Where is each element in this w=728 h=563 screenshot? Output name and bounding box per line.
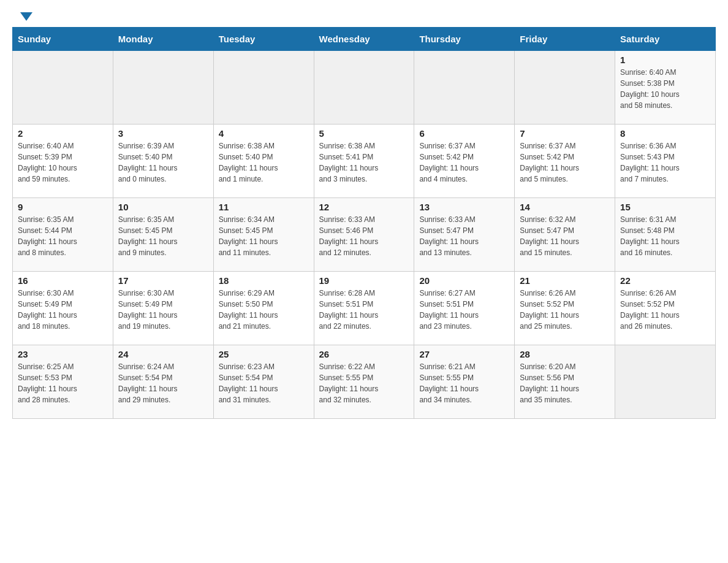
day-info: Sunrise: 6:35 AM Sunset: 5:44 PM Dayligh… <box>18 214 108 258</box>
day-number: 4 <box>219 128 309 139</box>
col-thursday: Thursday <box>414 28 515 51</box>
calendar-week-row: 23Sunrise: 6:25 AM Sunset: 5:53 PM Dayli… <box>13 345 716 419</box>
day-number: 20 <box>419 275 509 286</box>
calendar-cell: 1Sunrise: 6:40 AM Sunset: 5:38 PM Daylig… <box>615 51 716 124</box>
day-info: Sunrise: 6:31 AM Sunset: 5:48 PM Dayligh… <box>620 214 710 258</box>
day-number: 27 <box>419 349 509 359</box>
day-number: 9 <box>18 202 108 212</box>
calendar-cell <box>113 51 213 124</box>
calendar-cell <box>314 51 414 124</box>
day-number: 11 <box>219 202 309 212</box>
day-number: 26 <box>319 349 409 359</box>
day-info: Sunrise: 6:32 AM Sunset: 5:47 PM Dayligh… <box>520 214 610 258</box>
calendar-cell <box>213 51 314 124</box>
day-number: 8 <box>620 128 710 139</box>
day-info: Sunrise: 6:28 AM Sunset: 5:51 PM Dayligh… <box>319 288 409 332</box>
day-info: Sunrise: 6:30 AM Sunset: 5:49 PM Dayligh… <box>118 288 208 332</box>
day-number: 7 <box>520 128 610 139</box>
calendar-week-row: 1Sunrise: 6:40 AM Sunset: 5:38 PM Daylig… <box>13 51 716 124</box>
calendar-cell: 13Sunrise: 6:33 AM Sunset: 5:47 PM Dayli… <box>414 198 515 272</box>
col-saturday: Saturday <box>615 28 716 51</box>
calendar-week-row: 16Sunrise: 6:30 AM Sunset: 5:49 PM Dayli… <box>13 272 716 345</box>
calendar-cell: 6Sunrise: 6:37 AM Sunset: 5:42 PM Daylig… <box>414 124 515 198</box>
day-number: 13 <box>419 202 509 212</box>
col-wednesday: Wednesday <box>314 28 414 51</box>
calendar-cell: 25Sunrise: 6:23 AM Sunset: 5:54 PM Dayli… <box>213 345 314 419</box>
calendar-cell <box>615 345 716 419</box>
day-number: 3 <box>118 128 208 139</box>
day-info: Sunrise: 6:35 AM Sunset: 5:45 PM Dayligh… <box>118 214 208 258</box>
day-number: 28 <box>520 349 610 359</box>
day-number: 16 <box>18 275 108 286</box>
day-number: 15 <box>620 202 710 212</box>
calendar-body: 1Sunrise: 6:40 AM Sunset: 5:38 PM Daylig… <box>13 51 716 419</box>
calendar-cell: 7Sunrise: 6:37 AM Sunset: 5:42 PM Daylig… <box>515 124 615 198</box>
day-number: 18 <box>219 275 309 286</box>
col-monday: Monday <box>113 28 213 51</box>
day-info: Sunrise: 6:40 AM Sunset: 5:38 PM Dayligh… <box>620 67 710 111</box>
day-number: 19 <box>319 275 409 286</box>
calendar-cell: 23Sunrise: 6:25 AM Sunset: 5:53 PM Dayli… <box>13 345 113 419</box>
col-friday: Friday <box>515 28 615 51</box>
day-info: Sunrise: 6:38 AM Sunset: 5:40 PM Dayligh… <box>219 140 309 185</box>
calendar-cell: 10Sunrise: 6:35 AM Sunset: 5:45 PM Dayli… <box>113 198 213 272</box>
calendar-cell: 26Sunrise: 6:22 AM Sunset: 5:55 PM Dayli… <box>314 345 414 419</box>
calendar-cell: 24Sunrise: 6:24 AM Sunset: 5:54 PM Dayli… <box>113 345 213 419</box>
calendar-cell: 4Sunrise: 6:38 AM Sunset: 5:40 PM Daylig… <box>213 124 314 198</box>
day-info: Sunrise: 6:23 AM Sunset: 5:54 PM Dayligh… <box>219 361 309 405</box>
day-number: 17 <box>118 275 208 286</box>
day-info: Sunrise: 6:22 AM Sunset: 5:55 PM Dayligh… <box>319 361 409 405</box>
day-number: 10 <box>118 202 208 212</box>
calendar-cell <box>13 51 113 124</box>
calendar-cell: 8Sunrise: 6:36 AM Sunset: 5:43 PM Daylig… <box>615 124 716 198</box>
day-number: 2 <box>18 128 108 139</box>
day-info: Sunrise: 6:37 AM Sunset: 5:42 PM Dayligh… <box>520 140 610 185</box>
day-number: 25 <box>219 349 309 359</box>
day-info: Sunrise: 6:26 AM Sunset: 5:52 PM Dayligh… <box>620 288 710 332</box>
day-number: 5 <box>319 128 409 139</box>
day-number: 12 <box>319 202 409 212</box>
day-number: 23 <box>18 349 108 359</box>
calendar-header: Sunday Monday Tuesday Wednesday Thursday… <box>13 28 716 51</box>
calendar-week-row: 9Sunrise: 6:35 AM Sunset: 5:44 PM Daylig… <box>13 198 716 272</box>
calendar-cell: 16Sunrise: 6:30 AM Sunset: 5:49 PM Dayli… <box>13 272 113 345</box>
calendar-cell <box>515 51 615 124</box>
calendar-table: Sunday Monday Tuesday Wednesday Thursday… <box>12 27 716 419</box>
calendar-cell: 15Sunrise: 6:31 AM Sunset: 5:48 PM Dayli… <box>615 198 716 272</box>
calendar-cell <box>414 51 515 124</box>
calendar-cell: 11Sunrise: 6:34 AM Sunset: 5:45 PM Dayli… <box>213 198 314 272</box>
day-info: Sunrise: 6:38 AM Sunset: 5:41 PM Dayligh… <box>319 140 409 185</box>
calendar-cell: 17Sunrise: 6:30 AM Sunset: 5:49 PM Dayli… <box>113 272 213 345</box>
calendar-cell: 14Sunrise: 6:32 AM Sunset: 5:47 PM Dayli… <box>515 198 615 272</box>
day-info: Sunrise: 6:37 AM Sunset: 5:42 PM Dayligh… <box>419 140 509 185</box>
day-info: Sunrise: 6:36 AM Sunset: 5:43 PM Dayligh… <box>620 140 710 185</box>
weekday-header-row: Sunday Monday Tuesday Wednesday Thursday… <box>13 28 716 51</box>
calendar-cell: 21Sunrise: 6:26 AM Sunset: 5:52 PM Dayli… <box>515 272 615 345</box>
page-header <box>0 0 728 27</box>
day-number: 1 <box>620 55 710 65</box>
day-number: 6 <box>419 128 509 139</box>
day-info: Sunrise: 6:34 AM Sunset: 5:45 PM Dayligh… <box>219 214 309 258</box>
day-info: Sunrise: 6:24 AM Sunset: 5:54 PM Dayligh… <box>118 361 208 405</box>
day-info: Sunrise: 6:33 AM Sunset: 5:47 PM Dayligh… <box>419 214 509 258</box>
calendar-week-row: 2Sunrise: 6:40 AM Sunset: 5:39 PM Daylig… <box>13 124 716 198</box>
calendar-cell: 5Sunrise: 6:38 AM Sunset: 5:41 PM Daylig… <box>314 124 414 198</box>
day-info: Sunrise: 6:26 AM Sunset: 5:52 PM Dayligh… <box>520 288 610 332</box>
day-number: 22 <box>620 275 710 286</box>
logo-general-text <box>18 12 32 21</box>
calendar-cell: 22Sunrise: 6:26 AM Sunset: 5:52 PM Dayli… <box>615 272 716 345</box>
logo <box>18 12 32 21</box>
day-info: Sunrise: 6:25 AM Sunset: 5:53 PM Dayligh… <box>18 361 108 405</box>
day-info: Sunrise: 6:29 AM Sunset: 5:50 PM Dayligh… <box>219 288 309 332</box>
calendar-cell: 28Sunrise: 6:20 AM Sunset: 5:56 PM Dayli… <box>515 345 615 419</box>
day-number: 24 <box>118 349 208 359</box>
calendar-cell: 18Sunrise: 6:29 AM Sunset: 5:50 PM Dayli… <box>213 272 314 345</box>
day-info: Sunrise: 6:30 AM Sunset: 5:49 PM Dayligh… <box>18 288 108 332</box>
calendar-cell: 19Sunrise: 6:28 AM Sunset: 5:51 PM Dayli… <box>314 272 414 345</box>
day-info: Sunrise: 6:21 AM Sunset: 5:55 PM Dayligh… <box>419 361 509 405</box>
day-info: Sunrise: 6:40 AM Sunset: 5:39 PM Dayligh… <box>18 140 108 185</box>
calendar-cell: 9Sunrise: 6:35 AM Sunset: 5:44 PM Daylig… <box>13 198 113 272</box>
calendar-cell: 2Sunrise: 6:40 AM Sunset: 5:39 PM Daylig… <box>13 124 113 198</box>
day-number: 14 <box>520 202 610 212</box>
day-info: Sunrise: 6:33 AM Sunset: 5:46 PM Dayligh… <box>319 214 409 258</box>
